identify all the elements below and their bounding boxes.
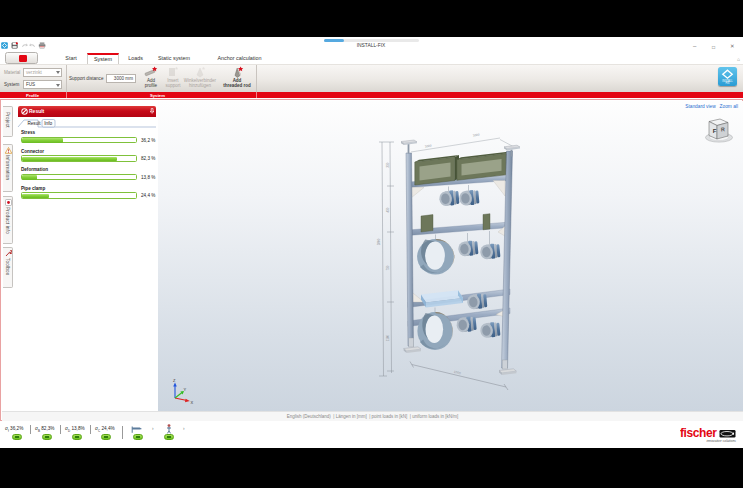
svg-text:innovative solutions: innovative solutions (706, 439, 736, 443)
svg-text:750: 750 (386, 265, 390, 270)
svg-text:3000: 3000 (425, 144, 432, 149)
svg-text:450: 450 (386, 207, 390, 212)
svg-text:350: 350 (386, 162, 390, 167)
svg-text:2800: 2800 (377, 238, 381, 245)
svg-text:Y: Y (184, 387, 187, 392)
svg-text:Result: Result (28, 121, 42, 126)
svg-text:Info: Info (44, 121, 52, 126)
svg-text:F: F (713, 128, 717, 134)
svg-text:R: R (721, 126, 725, 132)
svg-text:1100: 1100 (386, 334, 390, 341)
svg-text:3000: 3000 (473, 133, 480, 138)
svg-text:FIX: FIX (725, 81, 729, 85)
svg-text:Z: Z (173, 378, 176, 383)
svg-text:X: X (191, 400, 194, 405)
